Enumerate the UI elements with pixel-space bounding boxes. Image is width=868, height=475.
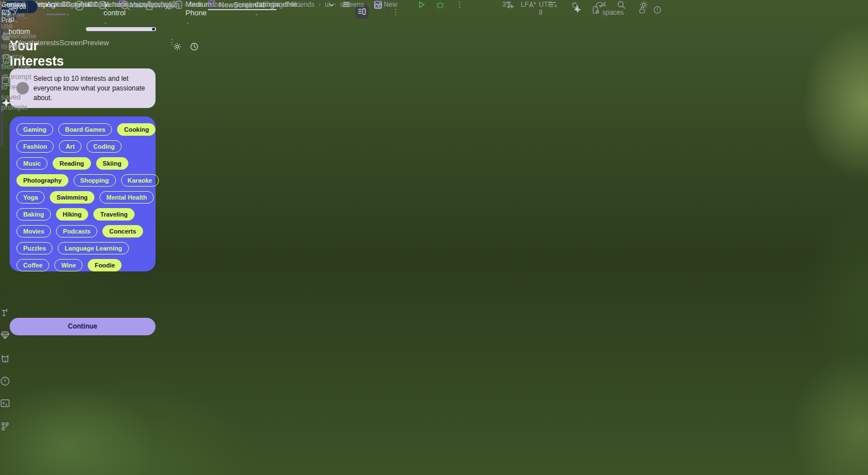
- interest-chip[interactable]: Baking: [16, 208, 51, 221]
- progress-dot: [152, 28, 155, 31]
- caret-position[interactable]: 3:1: [502, 1, 512, 8]
- interest-chip[interactable]: Traveling: [93, 208, 134, 221]
- interest-chip[interactable]: Karaoke: [121, 174, 159, 187]
- interest-chip[interactable]: Yoga: [16, 191, 45, 204]
- gemini-disclaimer: Gemini can make mistakes, so double-chec…: [1, 1, 242, 7]
- build-hammer-icon[interactable]: [0, 308, 10, 318]
- interest-chip[interactable]: Wine: [54, 259, 83, 271]
- interest-chip[interactable]: Concerts: [102, 225, 143, 238]
- interest-chip[interactable]: Language Learning: [58, 242, 128, 254]
- breadcrumb-item[interactable]: New: [374, 1, 398, 8]
- interest-chip[interactable]: Hiking: [56, 208, 89, 221]
- chip-row: FashionArtCoding: [16, 140, 159, 153]
- interest-chip[interactable]: Mental Health: [100, 191, 154, 204]
- continue-button[interactable]: Continue: [10, 318, 156, 335]
- interest-chip[interactable]: Shopping: [74, 174, 116, 187]
- problems-icon[interactable]: [0, 376, 10, 386]
- interests-chip-grid[interactable]: GamingBoard GamesCookingFashionArtCoding…: [10, 116, 156, 271]
- interest-chip[interactable]: Coding: [87, 140, 122, 153]
- kebab-menu-icon[interactable]: ⋮: [392, 7, 400, 16]
- gemini-status-icon[interactable]: [573, 6, 582, 16]
- chip-row: MusicReadingSkiing: [16, 157, 159, 170]
- interest-chip[interactable]: Coffee: [16, 259, 49, 271]
- kotlin-file-icon: [374, 1, 384, 8]
- interest-chip[interactable]: Movies: [16, 225, 51, 238]
- progress-bar: [86, 27, 156, 31]
- line-separator[interactable]: LF: [521, 1, 529, 8]
- breadcrumb-separator: ›: [334, 1, 336, 8]
- history-clock-icon[interactable]: [189, 42, 199, 54]
- breadcrumb-separator: ›: [318, 1, 321, 8]
- gemini-prompt-input[interactable]: Ask Gemini, use @filename to attach sour…: [1, 0, 2, 1]
- interest-chip[interactable]: Swimming: [50, 191, 94, 204]
- interest-chip[interactable]: Photography: [16, 174, 68, 187]
- interest-chip[interactable]: Fashion: [16, 140, 54, 153]
- terminal-icon[interactable]: [0, 398, 10, 408]
- interest-chip[interactable]: Podcasts: [56, 225, 97, 238]
- chip-row: PuzzlesLanguage Learning: [16, 242, 159, 254]
- interest-chip[interactable]: Art: [59, 140, 81, 153]
- file-encoding[interactable]: UTF-8: [539, 1, 554, 16]
- breadcrumb-item[interactable]: ui: [325, 1, 330, 8]
- attach-image-icon[interactable]: [8, 42, 18, 54]
- gemini-settings-icon[interactable]: [172, 42, 182, 54]
- breadcrumb-item[interactable]: datingandfriends: [265, 1, 315, 8]
- device-cat-icon[interactable]: [0, 353, 10, 364]
- interest-chip[interactable]: Cooking: [117, 123, 156, 136]
- chip-row: PhotographyShoppingKaraoke: [16, 174, 159, 187]
- inspections-icon[interactable]: [653, 6, 662, 16]
- interest-chip[interactable]: Board Games: [58, 123, 113, 136]
- interest-chip[interactable]: Music: [16, 157, 47, 170]
- interest-chip[interactable]: Reading: [53, 157, 90, 170]
- interest-chip[interactable]: Gaming: [16, 123, 53, 136]
- gems-icon[interactable]: [0, 330, 10, 340]
- breadcrumb-item[interactable]: screens: [340, 1, 364, 8]
- lock-icon[interactable]: [638, 6, 646, 16]
- interest-chip[interactable]: Foodie: [88, 259, 122, 271]
- breadcrumb-separator: ›: [258, 1, 261, 8]
- breadcrumb-separator: ›: [368, 1, 370, 8]
- info-text: Select up to 10 interests and let everyo…: [33, 74, 149, 103]
- indent-config[interactable]: 4 spaces: [602, 1, 624, 16]
- chip-row: GamingBoard GamesCooking: [16, 123, 159, 136]
- interest-chip[interactable]: Skiing: [96, 157, 128, 170]
- interest-chip[interactable]: Puzzles: [16, 242, 53, 254]
- git-branch-icon[interactable]: [0, 421, 10, 431]
- chip-row: MoviesPodcastsConcerts: [16, 225, 159, 238]
- device-settings-icon[interactable]: [591, 6, 600, 16]
- chip-row: CoffeeWineFoodie: [16, 259, 159, 271]
- chip-row: YogaSwimmingMental Health: [16, 191, 159, 204]
- chip-row: BakingHikingTraveling: [16, 208, 159, 221]
